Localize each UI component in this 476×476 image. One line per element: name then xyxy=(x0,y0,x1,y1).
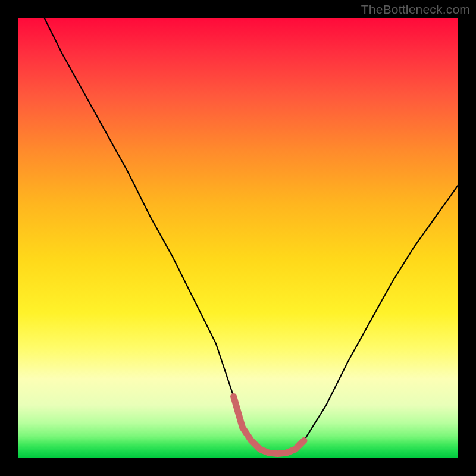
optimal-band-path xyxy=(234,396,304,453)
watermark-label: TheBottleneck.com xyxy=(361,2,470,17)
plot-area xyxy=(18,18,458,458)
bottleneck-curve-path xyxy=(44,18,458,454)
chart-frame: TheBottleneck.com xyxy=(0,0,476,476)
curve-layer xyxy=(18,18,458,458)
